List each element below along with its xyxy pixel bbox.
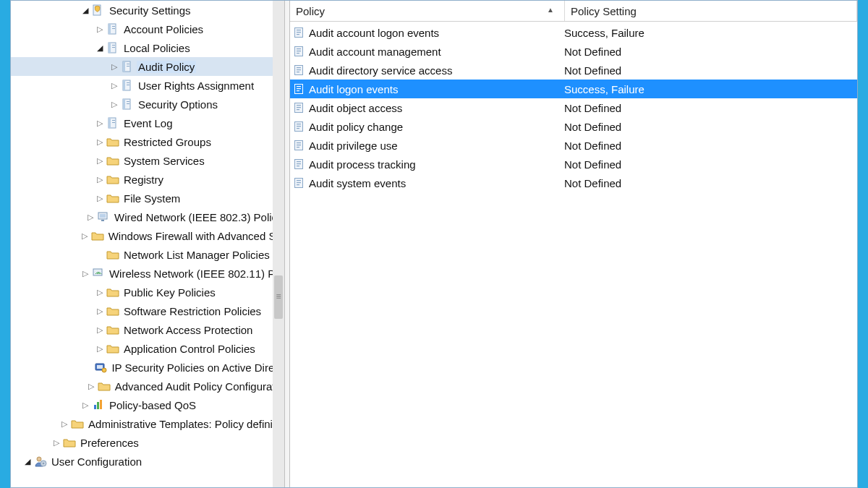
tree-item[interactable]: ▷Application Control Policies	[11, 339, 273, 358]
tree-item-label: Security Settings	[108, 4, 192, 17]
expander-open-icon[interactable]: ◢	[95, 43, 105, 53]
svg-rect-49	[297, 72, 299, 72]
svg-rect-69	[297, 166, 299, 166]
list-row[interactable]: Audit system eventsNot Defined	[290, 174, 857, 192]
tree-item[interactable]: ▷System Services	[11, 151, 273, 170]
tree-item[interactable]: Network List Manager Policies	[11, 245, 273, 264]
tree-item[interactable]: ▷Preferences	[11, 433, 273, 452]
tree-item[interactable]: ▷Restricted Groups	[11, 132, 273, 151]
folder-icon	[106, 286, 119, 299]
policy-item-icon	[293, 45, 306, 58]
tree-item[interactable]: ▷File System	[11, 189, 273, 207]
expander-closed-icon[interactable]: ▷	[95, 137, 105, 147]
user-config-icon	[34, 455, 47, 468]
expander-closed-icon[interactable]: ▷	[95, 287, 105, 297]
folder-icon	[63, 436, 76, 449]
expander-closed-icon[interactable]: ▷	[109, 99, 119, 109]
list-row[interactable]: Audit policy changeNot Defined	[290, 117, 857, 136]
tree-item[interactable]: ▷User Rights Assignment	[11, 76, 273, 95]
tree-item-label: Wired Network (IEEE 802.3) Policies	[113, 211, 273, 223]
expander-open-icon[interactable]: ◢	[80, 5, 90, 15]
policy-setting: Not Defined	[561, 46, 857, 58]
svg-rect-60	[297, 126, 301, 127]
expander-closed-icon[interactable]: ▷	[95, 343, 105, 354]
svg-rect-64	[297, 145, 301, 145]
tree-item[interactable]: ▷Policy-based QoS	[11, 395, 273, 414]
tree-item[interactable]: ◢User Configuration	[11, 452, 273, 471]
svg-rect-59	[297, 124, 301, 124]
expander-closed-icon[interactable]: ▷	[95, 174, 105, 184]
list-row[interactable]: Audit process trackingNot Defined	[290, 155, 857, 174]
list-row[interactable]: Audit logon eventsSuccess, Failure	[290, 80, 857, 98]
tree-item-label: Software Restriction Policies	[122, 305, 263, 317]
tree-item[interactable]: ▷Registry	[11, 170, 273, 189]
expander-closed-icon[interactable]: ▷	[85, 212, 95, 222]
tree-item-label: Local Policies	[122, 42, 192, 54]
policy-name: Audit account logon events	[309, 27, 439, 39]
tree-item-label: IP Security Policies on Active Directory	[110, 361, 273, 374]
policy-book-icon	[106, 22, 119, 35]
list-row[interactable]: Audit object accessNot Defined	[290, 98, 857, 117]
expander-closed-icon[interactable]: ▷	[51, 437, 61, 448]
tree-item[interactable]: ▷Audit Policy	[11, 57, 273, 76]
list-row[interactable]: Audit privilege useNot Defined	[290, 136, 857, 155]
column-header-label: Policy Setting	[571, 5, 637, 17]
list-row[interactable]: Audit directory service accessNot Define…	[290, 61, 857, 80]
expander-closed-icon[interactable]: ▷	[59, 419, 69, 429]
tree-item[interactable]: ◢Security Settings	[11, 1, 273, 20]
svg-rect-24	[112, 122, 115, 123]
svg-rect-23	[112, 120, 115, 121]
policy-setting: Not Defined	[561, 177, 857, 189]
svg-rect-72	[297, 182, 301, 183]
expander-closed-icon[interactable]: ▷	[80, 400, 90, 410]
expander-open-icon[interactable]: ◢	[22, 456, 33, 466]
svg-rect-2	[109, 24, 111, 34]
expander-closed-icon[interactable]: ▷	[95, 193, 105, 203]
tree-item[interactable]: ▷Account Policies	[11, 20, 273, 38]
tree-item[interactable]: ▷Public Key Policies	[11, 283, 273, 301]
tree-item[interactable]: ▷Event Log	[11, 114, 273, 132]
column-header-policy[interactable]: Policy	[290, 1, 565, 21]
expander-closed-icon[interactable]: ▷	[95, 306, 105, 316]
tree-item[interactable]: ▷Windows Firewall with Advanced Security	[11, 226, 273, 245]
svg-rect-14	[123, 80, 125, 90]
tree-item[interactable]: ▷Software Restriction Policies	[11, 301, 273, 320]
tree-vertical-scrollbar[interactable]	[273, 1, 284, 487]
tree-item-label: Wireless Network (IEEE 802.11) Policies	[108, 267, 273, 280]
column-header-label: Policy	[296, 5, 325, 17]
tree-item[interactable]: ◢Local Policies	[11, 38, 273, 57]
tree-item[interactable]: ▷Network Access Protection	[11, 320, 273, 339]
expander-closed-icon[interactable]: ▷	[95, 24, 105, 34]
folder-icon	[106, 154, 119, 167]
expander-closed-icon[interactable]: ▷	[80, 231, 90, 241]
expander-closed-icon[interactable]: ▷	[80, 268, 90, 278]
column-header-setting[interactable]: Policy Setting	[565, 1, 857, 21]
tree-view[interactable]: ◢Security Settings▷Account Policies◢Loca…	[11, 1, 273, 487]
tree-item[interactable]: ▷Wired Network (IEEE 802.3) Policies	[11, 207, 273, 226]
policy-name: Audit object access	[309, 102, 402, 114]
tree-item[interactable]: ▷Wireless Network (IEEE 802.11) Policies	[11, 264, 273, 283]
expander-closed-icon[interactable]: ▷	[109, 80, 119, 90]
tree-item[interactable]: IP Security Policies on Active Directory	[11, 358, 273, 377]
tree-item[interactable]: ▷Administrative Templates: Policy defini…	[11, 414, 273, 433]
folder-icon	[91, 229, 104, 242]
expander-closed-icon[interactable]: ▷	[95, 155, 105, 166]
expander-closed-icon[interactable]: ▷	[109, 61, 119, 72]
list-row[interactable]: Audit account logon eventsSuccess, Failu…	[290, 23, 857, 42]
expander-closed-icon[interactable]: ▷	[86, 381, 96, 391]
list-body[interactable]: Audit account logon eventsSuccess, Failu…	[290, 22, 857, 487]
pane-splitter[interactable]	[285, 1, 290, 487]
svg-rect-30	[97, 365, 103, 369]
policy-item-icon	[293, 64, 306, 77]
scrollbar-thumb[interactable]	[274, 275, 283, 319]
list-header: Policy Policy Setting	[290, 1, 857, 22]
expander-closed-icon[interactable]: ▷	[95, 325, 105, 335]
tree-item[interactable]: ▷Advanced Audit Policy Configuration	[11, 377, 273, 395]
svg-rect-67	[297, 161, 301, 162]
svg-point-37	[43, 463, 45, 465]
policy-setting: Not Defined	[561, 64, 857, 77]
list-row[interactable]: Audit account managementNot Defined	[290, 42, 857, 61]
tree-item[interactable]: ▷Security Options	[11, 95, 273, 114]
policy-book-icon	[121, 79, 134, 92]
expander-closed-icon[interactable]: ▷	[95, 118, 105, 128]
